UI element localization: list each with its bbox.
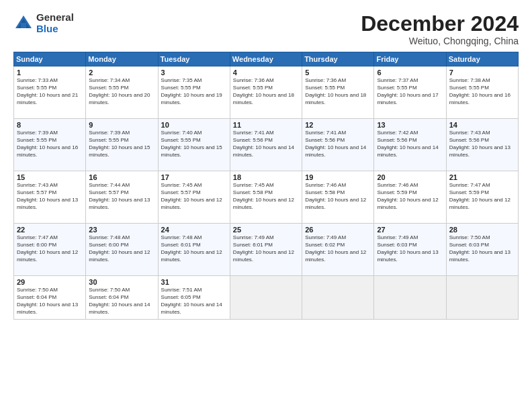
day-content: Sunrise: 7:40 AMSunset: 5:55 PMDaylight:… xyxy=(161,130,227,158)
calendar-week-row: 29Sunrise: 7:50 AMSunset: 6:04 PMDayligh… xyxy=(14,276,519,320)
logo-text: General Blue xyxy=(36,12,74,34)
day-content: Sunrise: 7:39 AMSunset: 5:55 PMDaylight:… xyxy=(89,130,154,158)
day-number: 1 xyxy=(17,68,83,77)
day-content: Sunrise: 7:44 AMSunset: 5:57 PMDaylight:… xyxy=(89,182,154,211)
day-number: 9 xyxy=(89,121,154,129)
calendar-cell: 2Sunrise: 7:34 AMSunset: 5:55 PMDaylight… xyxy=(86,66,158,119)
col-monday: Monday xyxy=(86,52,158,66)
day-number: 20 xyxy=(377,173,443,181)
day-content: Sunrise: 7:39 AMSunset: 5:55 PMDaylight:… xyxy=(17,130,83,158)
day-number: 18 xyxy=(233,173,299,181)
calendar-week-row: 8Sunrise: 7:39 AMSunset: 5:55 PMDaylight… xyxy=(14,119,519,171)
calendar-cell: 7Sunrise: 7:38 AMSunset: 5:55 PMDaylight… xyxy=(446,66,518,119)
day-number: 15 xyxy=(17,173,83,181)
day-number: 30 xyxy=(89,278,154,286)
page: General Blue December 2024 Weituo, Chong… xyxy=(0,0,532,411)
calendar-cell: 15Sunrise: 7:43 AMSunset: 5:57 PMDayligh… xyxy=(14,171,86,224)
day-content: Sunrise: 7:50 AMSunset: 6:03 PMDaylight:… xyxy=(449,234,515,263)
day-content: Sunrise: 7:48 AMSunset: 6:00 PMDaylight:… xyxy=(89,234,154,263)
calendar-table: Sunday Monday Tuesday Wednesday Thursday… xyxy=(13,52,519,320)
calendar-cell: 10Sunrise: 7:40 AMSunset: 5:55 PMDayligh… xyxy=(158,119,230,171)
calendar-cell: 14Sunrise: 7:43 AMSunset: 5:56 PMDayligh… xyxy=(446,119,518,171)
header: General Blue December 2024 Weituo, Chong… xyxy=(13,12,519,46)
calendar-cell: 25Sunrise: 7:49 AMSunset: 6:01 PMDayligh… xyxy=(230,224,302,276)
day-content: Sunrise: 7:48 AMSunset: 6:01 PMDaylight:… xyxy=(161,234,227,263)
day-number: 21 xyxy=(449,173,515,181)
day-content: Sunrise: 7:46 AMSunset: 5:58 PMDaylight:… xyxy=(305,182,371,211)
day-number: 2 xyxy=(89,68,154,77)
col-tuesday: Tuesday xyxy=(158,52,230,66)
col-friday: Friday xyxy=(374,52,446,66)
day-content: Sunrise: 7:50 AMSunset: 6:04 PMDaylight:… xyxy=(17,287,83,316)
day-number: 13 xyxy=(377,121,443,129)
calendar-week-row: 1Sunrise: 7:33 AMSunset: 5:55 PMDaylight… xyxy=(14,66,519,119)
day-content: Sunrise: 7:41 AMSunset: 5:56 PMDaylight:… xyxy=(305,130,371,158)
day-content: Sunrise: 7:34 AMSunset: 5:55 PMDaylight:… xyxy=(89,77,154,106)
calendar-cell: 18Sunrise: 7:45 AMSunset: 5:58 PMDayligh… xyxy=(230,171,302,224)
day-content: Sunrise: 7:50 AMSunset: 6:04 PMDaylight:… xyxy=(89,287,154,316)
day-number: 5 xyxy=(305,68,371,77)
calendar-cell: 5Sunrise: 7:36 AMSunset: 5:55 PMDaylight… xyxy=(302,66,374,119)
day-content: Sunrise: 7:43 AMSunset: 5:56 PMDaylight:… xyxy=(449,130,515,158)
day-content: Sunrise: 7:51 AMSunset: 6:05 PMDaylight:… xyxy=(161,287,227,316)
calendar-cell: 22Sunrise: 7:47 AMSunset: 6:00 PMDayligh… xyxy=(14,224,86,276)
month-title: December 2024 xyxy=(361,12,519,36)
calendar-week-row: 15Sunrise: 7:43 AMSunset: 5:57 PMDayligh… xyxy=(14,171,519,224)
calendar-cell: 21Sunrise: 7:47 AMSunset: 5:59 PMDayligh… xyxy=(446,171,518,224)
calendar-cell xyxy=(374,276,446,320)
day-content: Sunrise: 7:43 AMSunset: 5:57 PMDaylight:… xyxy=(17,182,83,211)
day-number: 6 xyxy=(377,68,443,77)
day-number: 23 xyxy=(89,226,154,234)
day-content: Sunrise: 7:41 AMSunset: 5:56 PMDaylight:… xyxy=(233,130,299,158)
title-block: December 2024 Weituo, Chongqing, China xyxy=(361,12,519,46)
calendar-cell: 12Sunrise: 7:41 AMSunset: 5:56 PMDayligh… xyxy=(302,119,374,171)
col-sunday: Sunday xyxy=(14,52,86,66)
calendar-cell: 4Sunrise: 7:36 AMSunset: 5:55 PMDaylight… xyxy=(230,66,302,119)
day-number: 4 xyxy=(233,68,299,77)
logo-blue-text: Blue xyxy=(36,24,74,35)
col-wednesday: Wednesday xyxy=(230,52,302,66)
calendar-cell xyxy=(230,276,302,320)
calendar-cell: 28Sunrise: 7:50 AMSunset: 6:03 PMDayligh… xyxy=(446,224,518,276)
day-number: 27 xyxy=(377,226,443,234)
day-number: 14 xyxy=(449,121,515,129)
day-number: 22 xyxy=(17,226,83,234)
calendar-cell: 11Sunrise: 7:41 AMSunset: 5:56 PMDayligh… xyxy=(230,119,302,171)
day-content: Sunrise: 7:47 AMSunset: 5:59 PMDaylight:… xyxy=(449,182,515,211)
day-number: 17 xyxy=(161,173,227,181)
day-number: 11 xyxy=(233,121,299,129)
day-content: Sunrise: 7:45 AMSunset: 5:58 PMDaylight:… xyxy=(233,182,299,211)
calendar-cell xyxy=(446,276,518,320)
calendar-cell xyxy=(302,276,374,320)
calendar-cell: 19Sunrise: 7:46 AMSunset: 5:58 PMDayligh… xyxy=(302,171,374,224)
calendar-cell: 23Sunrise: 7:48 AMSunset: 6:00 PMDayligh… xyxy=(86,224,158,276)
day-content: Sunrise: 7:46 AMSunset: 5:59 PMDaylight:… xyxy=(377,182,443,211)
day-number: 28 xyxy=(449,226,515,234)
calendar-cell: 27Sunrise: 7:49 AMSunset: 6:03 PMDayligh… xyxy=(374,224,446,276)
day-content: Sunrise: 7:42 AMSunset: 5:56 PMDaylight:… xyxy=(377,130,443,158)
day-content: Sunrise: 7:45 AMSunset: 5:57 PMDaylight:… xyxy=(161,182,227,211)
col-thursday: Thursday xyxy=(302,52,374,66)
day-content: Sunrise: 7:37 AMSunset: 5:55 PMDaylight:… xyxy=(377,77,443,106)
calendar-cell: 9Sunrise: 7:39 AMSunset: 5:55 PMDaylight… xyxy=(86,119,158,171)
calendar-cell: 24Sunrise: 7:48 AMSunset: 6:01 PMDayligh… xyxy=(158,224,230,276)
calendar-cell: 3Sunrise: 7:35 AMSunset: 5:55 PMDaylight… xyxy=(158,66,230,119)
day-content: Sunrise: 7:35 AMSunset: 5:55 PMDaylight:… xyxy=(161,77,227,106)
day-number: 25 xyxy=(233,226,299,234)
location: Weituo, Chongqing, China xyxy=(361,36,519,46)
calendar-cell: 30Sunrise: 7:50 AMSunset: 6:04 PMDayligh… xyxy=(86,276,158,320)
day-number: 24 xyxy=(161,226,227,234)
col-saturday: Saturday xyxy=(446,52,518,66)
day-number: 29 xyxy=(17,278,83,286)
logo: General Blue xyxy=(13,12,74,34)
day-number: 31 xyxy=(161,278,227,286)
calendar-cell: 31Sunrise: 7:51 AMSunset: 6:05 PMDayligh… xyxy=(158,276,230,320)
day-content: Sunrise: 7:47 AMSunset: 6:00 PMDaylight:… xyxy=(17,234,83,263)
calendar-cell: 6Sunrise: 7:37 AMSunset: 5:55 PMDaylight… xyxy=(374,66,446,119)
logo-icon xyxy=(13,13,34,34)
day-number: 19 xyxy=(305,173,371,181)
calendar-cell: 20Sunrise: 7:46 AMSunset: 5:59 PMDayligh… xyxy=(374,171,446,224)
day-content: Sunrise: 7:38 AMSunset: 5:55 PMDaylight:… xyxy=(449,77,515,106)
calendar-cell: 29Sunrise: 7:50 AMSunset: 6:04 PMDayligh… xyxy=(14,276,86,320)
calendar-cell: 26Sunrise: 7:49 AMSunset: 6:02 PMDayligh… xyxy=(302,224,374,276)
